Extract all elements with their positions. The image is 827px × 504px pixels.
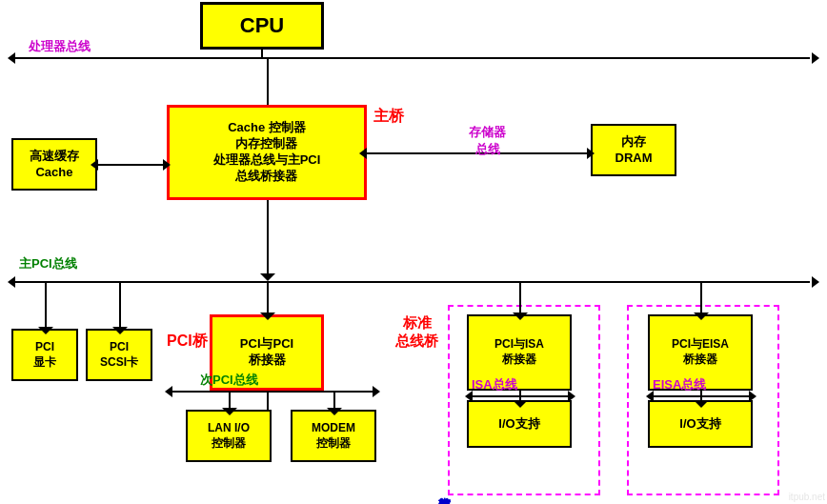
- cache-to-bridge-line: [97, 164, 167, 166]
- cache-arrow: [163, 159, 171, 171]
- isa-bridge-arrow-down: [513, 312, 528, 320]
- pci-eisa-label: PCI与EISA 桥接器: [672, 337, 729, 367]
- standard-bridge-tag: 标准 总线桥: [395, 314, 438, 351]
- io-eisa-arrow: [694, 400, 709, 408]
- modem-vert-line: [333, 391, 335, 410]
- main-pci-bus-label: 主PCI总线: [19, 255, 77, 272]
- dram-label: 内存 DRAM: [615, 134, 653, 167]
- pci-bridge-tag: PCI桥: [167, 332, 208, 352]
- main-pci-arrow-right: [812, 276, 819, 288]
- lan-label: LAN I/O 控制器: [208, 421, 250, 451]
- bridge-down-arrow: [260, 273, 275, 281]
- storage-bus-label: 存储器 总线: [469, 124, 506, 158]
- proc-bus-arrow-right: [812, 52, 819, 64]
- sub-pci-bus-line: [167, 391, 376, 393]
- isa-bus-label: ISA总线: [472, 376, 517, 393]
- io-isa-arrow: [513, 400, 528, 408]
- cache-arrow-back: [91, 159, 98, 171]
- cpu-box: CPU: [200, 2, 324, 50]
- modem-arrow-down: [327, 408, 342, 415]
- diagram: CPU 处理器总线 高速缓存 Cache Cache 控制器 内存控制器 处理器…: [0, 0, 827, 504]
- cache-box: 高速缓存 Cache: [11, 138, 97, 191]
- lan-vert-line: [229, 391, 231, 410]
- pci-bridge-arrow-down: [260, 312, 275, 320]
- main-pci-arrow-left: [8, 276, 15, 288]
- pci-bridge-to-sub-line: [267, 391, 269, 410]
- sub-pci-bus-label: 次PCI总线: [200, 372, 258, 389]
- sub-pci-arrow-left: [165, 386, 172, 397]
- main-bridge-tag: 主桥: [373, 107, 404, 127]
- io-eisa-label: I/O支持: [679, 416, 720, 433]
- lan-box: LAN I/O 控制器: [186, 410, 272, 462]
- processor-bus-label: 处理器总线: [29, 38, 91, 55]
- pci-bridge-vert-line: [267, 281, 269, 314]
- cpu-label: CPU: [240, 12, 284, 40]
- item-audio: 声频: [438, 496, 451, 504]
- pci-display-label: PCI 显卡: [33, 340, 56, 370]
- storage-arrow-left: [359, 148, 367, 159]
- pci-scsi-line: [119, 281, 121, 329]
- modem-label: MODEM 控制器: [312, 421, 355, 451]
- io-isa-label: I/O支持: [498, 416, 539, 433]
- pci-isa-label: PCI与ISA 桥接器: [494, 337, 544, 367]
- watermark: itpub.net: [789, 492, 825, 502]
- bridge-to-pci-line: [267, 200, 269, 276]
- pci-scsi-label: PCI SCSI卡: [100, 340, 138, 370]
- cache-label: 高速缓存 Cache: [30, 149, 79, 181]
- sub-pci-arrow-right: [373, 386, 380, 397]
- pci-scsi-arrow: [112, 327, 128, 334]
- main-pci-bus-line: [10, 281, 810, 283]
- isa-bridge-vert-line: [519, 281, 521, 314]
- pci-scsi-box: PCI SCSI卡: [86, 329, 152, 381]
- proc-bus-arrow-left: [8, 52, 15, 64]
- main-bridge-box: Cache 控制器 内存控制器 处理器总线与主PCI 总线桥接器: [167, 105, 367, 200]
- cpu-to-bus-line: [261, 50, 263, 59]
- modem-box: MODEM 控制器: [291, 410, 376, 462]
- processor-bus-line: [10, 57, 810, 59]
- lan-arrow-down: [222, 408, 237, 415]
- pci-bridge-label: PCI与PCI 桥接器: [240, 336, 293, 369]
- eisa-bridge-vert-line: [700, 281, 702, 314]
- pci-display-box: PCI 显卡: [11, 329, 78, 381]
- dram-box: 内存 DRAM: [591, 124, 676, 176]
- eisa-bus-label: EISA总线: [653, 376, 706, 393]
- eisa-bridge-arrow-down: [694, 312, 709, 320]
- bus-to-bridge-line: [267, 57, 269, 105]
- main-bridge-label: Cache 控制器 内存控制器 处理器总线与主PCI 总线桥接器: [213, 120, 321, 185]
- pci-display-arrow: [38, 327, 53, 334]
- storage-arrow-right: [587, 148, 595, 159]
- pci-display-line: [45, 281, 47, 329]
